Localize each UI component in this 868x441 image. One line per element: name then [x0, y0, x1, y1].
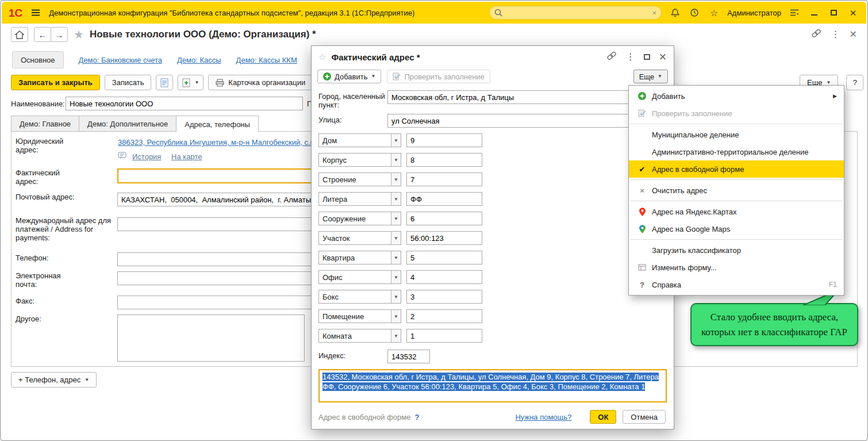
search-clear-icon[interactable]: ×	[652, 9, 657, 17]
free-form-address-box[interactable]: 143532, Московская обл, г Истра, д Талиц…	[318, 369, 667, 402]
address-part-value-input[interactable]	[406, 172, 482, 186]
address-part-value-input[interactable]	[406, 133, 482, 147]
address-part-value-input[interactable]	[406, 290, 482, 304]
current-user[interactable]: Администратор	[727, 9, 781, 17]
address-part-type-select[interactable]: Квартира▼	[318, 251, 401, 264]
other-textarea[interactable]	[117, 315, 305, 362]
tab-cash-desks[interactable]: Демо: Кассы	[177, 56, 221, 64]
notifications-bell-icon[interactable]	[669, 6, 681, 19]
address-part-type-select[interactable]: Корпус▼	[318, 153, 401, 167]
address-part-type-select[interactable]: Офис▼	[318, 270, 401, 284]
add-phone-address-button[interactable]: + Телефон, адрес ▼	[11, 372, 97, 388]
window-minimize-icon[interactable]	[808, 6, 820, 19]
chevron-down-icon[interactable]: ▼	[391, 193, 401, 205]
tab-demo-main[interactable]: Демо: Главное	[11, 116, 79, 132]
address-part-value-input[interactable]	[406, 251, 482, 264]
menu-item-municipal-division[interactable]: Муниципальное деление	[629, 126, 844, 143]
tab-addresses-phones[interactable]: Адреса, телефоны	[176, 116, 259, 132]
address-part-type-select[interactable]: Участок▼	[318, 231, 401, 245]
chevron-down-icon[interactable]: ▼	[391, 251, 401, 264]
get-link-icon[interactable]	[811, 29, 822, 40]
menu-item-load-classifier[interactable]: Загрузить классификатор	[629, 241, 844, 259]
menu-item-free-form-address[interactable]: ✔Адрес в свободной форме	[629, 160, 844, 178]
global-search[interactable]: ×	[489, 6, 662, 20]
address-part-type-label: Участок	[319, 232, 391, 244]
create-based-on-button[interactable]: ▼	[178, 75, 203, 90]
save-button[interactable]: Записать	[105, 75, 152, 90]
add-button[interactable]: Добавить ▼	[317, 70, 381, 83]
attached-files-button[interactable]	[156, 75, 173, 90]
address-part-type-select[interactable]: Сооружение▼	[318, 212, 401, 225]
window-maximize-icon[interactable]	[644, 53, 650, 62]
cancel-button[interactable]: Отмена	[623, 410, 666, 424]
favorites-star-icon[interactable]: ☆	[708, 6, 720, 19]
address-part-value-input[interactable]	[406, 231, 482, 245]
address-part-value-input[interactable]	[406, 212, 482, 225]
org-name-input[interactable]	[66, 97, 303, 110]
menu-item-help[interactable]: ?СправкаF1	[629, 276, 844, 293]
menu-item-change-form[interactable]: Изменить форму...	[629, 259, 844, 276]
home-button[interactable]	[11, 27, 28, 42]
city-input[interactable]	[387, 90, 668, 104]
forward-button[interactable]: →	[51, 27, 68, 42]
chevron-down-icon[interactable]: ▼	[391, 329, 401, 342]
address-part-type-select[interactable]: Дом▼	[318, 133, 401, 147]
address-part-value-input[interactable]	[406, 329, 482, 343]
address-part-value-input[interactable]	[406, 270, 482, 284]
close-form-icon[interactable]: ✕	[850, 30, 857, 39]
chevron-down-icon[interactable]: ▼	[391, 134, 401, 147]
address-part-type-select[interactable]: Литера▼	[318, 192, 401, 206]
tab-kkm-cash-desks[interactable]: Демо: Кассы ККМ	[236, 56, 297, 64]
comment-icon[interactable]	[118, 152, 127, 162]
address-part-type-label: Корпус	[319, 154, 391, 166]
mode-help-icon[interactable]: ?	[414, 413, 419, 421]
window-maximize-icon[interactable]	[827, 6, 840, 19]
tab-bank-accounts[interactable]: Демо: Банковские счета	[79, 56, 162, 64]
address-part-value-input[interactable]	[406, 309, 482, 323]
more-kebab-icon[interactable]: ⋮	[831, 30, 840, 39]
save-close-button[interactable]: Записать и закрыть	[11, 75, 100, 90]
window-close-icon[interactable]: ✕	[847, 6, 859, 19]
menu-item-administrative-territorial-division[interactable]: Административно-территориальное деление	[629, 143, 844, 160]
tab-demo-additional[interactable]: Демо: Дополнительное	[79, 116, 176, 132]
on-map-link[interactable]: На карте	[171, 152, 202, 161]
chevron-down-icon[interactable]: ▼	[391, 310, 401, 323]
org-card-button[interactable]: Карточка организации	[208, 75, 313, 90]
chevron-down-icon[interactable]: ▼	[391, 271, 401, 283]
menu-item-clear-address[interactable]: ×Очистить адрес	[629, 182, 844, 199]
help-button[interactable]: ?	[846, 75, 863, 90]
history-clock-icon[interactable]	[688, 6, 701, 19]
search-input[interactable]	[506, 9, 648, 17]
chevron-down-icon[interactable]: ▼	[391, 173, 401, 186]
legal-address-link[interactable]: 386323, Республика Ингушетия, м-р-н Малг…	[118, 138, 314, 147]
history-link[interactable]: История	[132, 152, 161, 161]
address-part-type-select[interactable]: Бокс▼	[318, 290, 401, 304]
chevron-down-icon[interactable]: ▼	[391, 154, 401, 166]
tab-main[interactable]: Основное	[12, 51, 64, 68]
address-part-type-select[interactable]: Комната▼	[318, 329, 401, 343]
chevron-down-icon[interactable]: ▼	[391, 212, 401, 225]
get-link-icon[interactable]	[606, 52, 617, 62]
back-button[interactable]: ←	[34, 27, 51, 42]
main-menu-icon[interactable]	[29, 6, 42, 19]
service-settings-icon[interactable]	[788, 6, 801, 19]
chevron-down-icon[interactable]: ▼	[391, 232, 401, 244]
menu-item-add[interactable]: Добавить▶	[629, 87, 844, 105]
street-input[interactable]	[387, 114, 668, 128]
index-input[interactable]	[387, 350, 430, 363]
chevron-down-icon[interactable]: ▼	[391, 290, 401, 303]
menu-item-google-maps[interactable]: Адрес на Google Maps	[629, 220, 844, 237]
address-part-value-input[interactable]	[406, 153, 482, 167]
menu-item-yandex-maps[interactable]: Адрес на Яндекс.Картах	[629, 203, 844, 220]
dialog-close-icon[interactable]: ✕	[659, 52, 667, 62]
favorite-star-icon[interactable]: ☆	[318, 52, 326, 62]
more-kebab-icon[interactable]: ⋮	[626, 52, 635, 62]
favorite-star-icon[interactable]: ★	[74, 29, 84, 40]
address-part-value-input[interactable]	[406, 192, 482, 206]
dialog-more-button[interactable]: Еще ▼	[633, 70, 668, 83]
menu-item-check-fill[interactable]: Проверить заполнение	[629, 105, 844, 122]
need-help-link[interactable]: Нужна помощь?	[515, 413, 571, 421]
address-part-type-select[interactable]: Помещение▼	[318, 309, 401, 323]
ok-button[interactable]: ОК	[590, 410, 616, 424]
address-part-type-select[interactable]: Строение▼	[318, 172, 401, 186]
